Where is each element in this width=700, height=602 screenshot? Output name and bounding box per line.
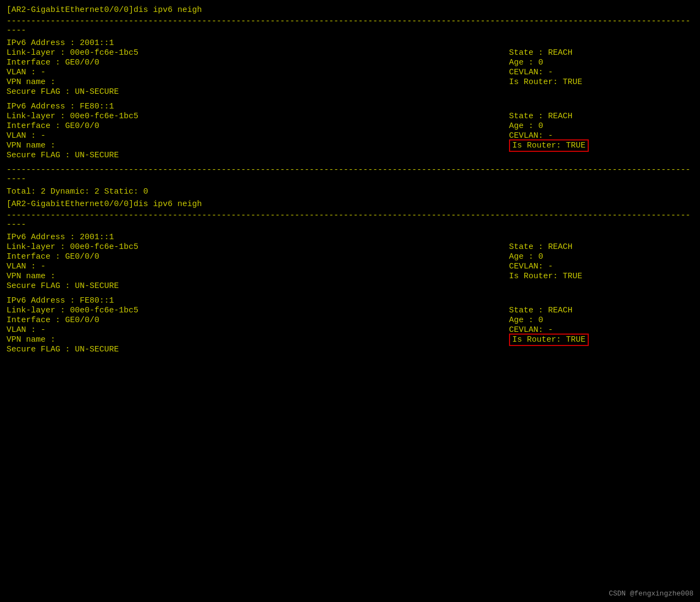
isrouter-label-2-1: Is Router: bbox=[509, 272, 558, 281]
age-label-2-2: Age bbox=[509, 316, 524, 325]
ipv6-value-2-1: 2001::1 bbox=[80, 233, 114, 242]
age-value-1-1: 0 bbox=[538, 58, 543, 67]
secureflag-label-1-1: Secure FLAG bbox=[7, 87, 60, 97]
vpnname-value-1-1: : bbox=[50, 78, 55, 87]
state-value-1-2: REACH bbox=[548, 112, 572, 121]
linklayer-label: Link-layer bbox=[7, 48, 55, 57]
ipv6-label-1-2: IPv6 Address bbox=[7, 102, 65, 111]
ipv6-value-1-2: FE80::1 bbox=[80, 102, 114, 111]
summary-line: Total: 2 Dynamic: 2 Static: 0 bbox=[7, 187, 693, 196]
vlan-label-2-1: VLAN bbox=[7, 262, 26, 271]
secureflag-label-2-1: Secure FLAG bbox=[7, 281, 60, 291]
ipv6-label-2-1: IPv6 Address bbox=[7, 233, 65, 242]
vlan-row-2-2: VLAN : - CEVLAN: - bbox=[7, 325, 693, 335]
linklayer-value: : 00e0-fc6e-1bc5 bbox=[60, 48, 138, 57]
age-label-1-1: Age bbox=[509, 58, 524, 67]
state-label-2-2: State bbox=[509, 306, 533, 315]
ipv6-row-1-1: IPv6 Address : 2001::1 bbox=[7, 39, 693, 48]
secureflag-row-2-1: Secure FLAG : UN-SECURE bbox=[7, 281, 693, 291]
vpn-row-2-1: VPN name : Is Router: TRUE bbox=[7, 272, 693, 281]
isrouter-highlighted-1-2: Is Router: TRUE bbox=[509, 139, 589, 152]
divider-1: ----------------------------------------… bbox=[7, 17, 693, 35]
cevlan-label-1-1: CEVLAN: bbox=[509, 68, 543, 77]
vlan-label-2-2: VLAN bbox=[7, 325, 26, 335]
state-label-1-1: State bbox=[509, 48, 533, 57]
vlan-value-2-2: : - bbox=[31, 325, 46, 335]
prompt-line-1: [AR2-GigabitEthernet0/0/0]dis ipv6 neigh bbox=[7, 5, 693, 15]
isrouter-value-1-1: TRUE bbox=[563, 78, 582, 87]
interface-row-2-2: Interface : GE0/0/0 Age : 0 bbox=[7, 316, 693, 325]
vpn-row-2-2: VPN name : Is Router: TRUE bbox=[7, 335, 693, 344]
vlan-row-1-1: VLAN : - CEVLAN: - bbox=[7, 68, 693, 77]
linklayer-label-1-2: Link-layer bbox=[7, 112, 55, 121]
age-value-2-1: 0 bbox=[538, 252, 543, 261]
entry-block-1-1: IPv6 Address : 2001::1 Link-layer : 00e0… bbox=[7, 39, 693, 97]
linklayer-row-1-2: Link-layer : 00e0-fc6e-1bc5 State : REAC… bbox=[7, 112, 693, 121]
secureflag-row-2-2: Secure FLAG : UN-SECURE bbox=[7, 345, 693, 354]
secureflag-row-1-1: Secure FLAG : UN-SECURE bbox=[7, 87, 693, 97]
linklayer-row-2-2: Link-layer : 00e0-fc6e-1bc5 State : REAC… bbox=[7, 306, 693, 315]
vpnname-value-1-2: : bbox=[50, 141, 55, 150]
age-label-1-2: Age bbox=[509, 121, 524, 131]
linklayer-value-2-1: : 00e0-fc6e-1bc5 bbox=[60, 242, 138, 252]
vpnname-label-2-1: VPN name bbox=[7, 272, 46, 281]
interface-row-2-1: Interface : GE0/0/0 Age : 0 bbox=[7, 252, 693, 261]
entry-block-2-2: IPv6 Address : FE80::1 Link-layer : 00e0… bbox=[7, 296, 693, 354]
ipv6-row-1-2: IPv6 Address : FE80::1 bbox=[7, 102, 693, 111]
state-value-2-1: REACH bbox=[548, 242, 572, 252]
vpn-row-1-1: VPN name : Is Router: TRUE bbox=[7, 78, 693, 87]
isrouter-value-2-1: TRUE bbox=[563, 272, 582, 281]
vpnname-value-2-2: : bbox=[50, 335, 55, 344]
watermark: CSDN @fengxingzhe008 bbox=[609, 590, 693, 598]
state-label-2-1: State bbox=[509, 242, 533, 252]
interface-value-1-2: : GE0/0/0 bbox=[55, 121, 99, 131]
secureflag-label-2-2: Secure FLAG bbox=[7, 345, 60, 354]
linklayer-row-1-1: Link-layer : 00e0-fc6e-1bc5 State : REAC… bbox=[7, 48, 693, 57]
cevlan-value-1-1: - bbox=[548, 68, 553, 77]
secureflag-label-1-2: Secure FLAG bbox=[7, 151, 60, 160]
secureflag-value-1-1: : UN-SECURE bbox=[65, 87, 119, 97]
interface-row-1-2: Interface : GE0/0/0 Age : 0 bbox=[7, 121, 693, 131]
vlan-label-1-1: VLAN bbox=[7, 68, 26, 77]
vpnname-label-2-2: VPN name bbox=[7, 335, 46, 344]
vpnname-label-1-2: VPN name bbox=[7, 141, 46, 150]
cevlan-value-2-1: - bbox=[548, 262, 553, 271]
ipv6-row-2-2: IPv6 Address : FE80::1 bbox=[7, 296, 693, 305]
isrouter-label-1-1: Is Router: bbox=[509, 78, 558, 87]
interface-label-1-2: Interface bbox=[7, 121, 50, 131]
vpn-row-1-2: VPN name : Is Router: TRUE bbox=[7, 141, 693, 150]
isrouter-label-1-2: Is Router: bbox=[512, 141, 561, 150]
vlan-row-2-1: VLAN : - CEVLAN: - bbox=[7, 262, 693, 271]
secureflag-row-1-2: Secure FLAG : UN-SECURE bbox=[7, 151, 693, 160]
secureflag-value-1-2: : UN-SECURE bbox=[65, 151, 119, 160]
cevlan-label-2-1: CEVLAN: bbox=[509, 262, 543, 271]
interface-label-2-1: Interface bbox=[7, 252, 50, 261]
prompt-line-2: [AR2-GigabitEthernet0/0/0]dis ipv6 neigh bbox=[7, 200, 693, 209]
linklayer-value-1-2: : 00e0-fc6e-1bc5 bbox=[60, 112, 138, 121]
ipv6-value-2-2: FE80::1 bbox=[80, 296, 114, 305]
interface-label-1-1: Interface bbox=[7, 58, 50, 67]
state-label-1-2: State bbox=[509, 112, 533, 121]
secureflag-value-2-1: : UN-SECURE bbox=[65, 281, 119, 291]
isrouter-label-2-2: Is Router: bbox=[512, 335, 561, 344]
isrouter-highlighted-2-2: Is Router: TRUE bbox=[509, 334, 589, 346]
ipv6-label-2-2: IPv6 Address bbox=[7, 296, 65, 305]
divider-3: ----------------------------------------… bbox=[7, 211, 693, 229]
linklayer-value-2-2: : 00e0-fc6e-1bc5 bbox=[60, 306, 138, 315]
isrouter-value-1-2: TRUE bbox=[566, 141, 586, 150]
vpnname-label-1-1: VPN name bbox=[7, 78, 46, 87]
interface-label-2-2: Interface bbox=[7, 316, 50, 325]
vpnname-value-2-1: : bbox=[50, 272, 55, 281]
isrouter-value-2-2: TRUE bbox=[566, 335, 586, 344]
ipv6-label: IPv6 Address bbox=[7, 39, 65, 48]
terminal-block-1: [AR2-GigabitEthernet0/0/0]dis ipv6 neigh… bbox=[7, 5, 693, 354]
divider-2: ----------------------------------------… bbox=[7, 165, 693, 184]
ipv6-row-2-1: IPv6 Address : 2001::1 bbox=[7, 233, 693, 242]
vlan-label-1-2: VLAN bbox=[7, 131, 26, 140]
age-value-1-2: 0 bbox=[538, 121, 543, 131]
state-value-2-2: REACH bbox=[548, 306, 572, 315]
linklayer-label-2-1: Link-layer bbox=[7, 242, 55, 252]
vlan-value-1-1: : - bbox=[31, 68, 46, 77]
entry-block-2-1: IPv6 Address : 2001::1 Link-layer : 00e0… bbox=[7, 233, 693, 291]
vlan-value-1-2: : - bbox=[31, 131, 46, 140]
